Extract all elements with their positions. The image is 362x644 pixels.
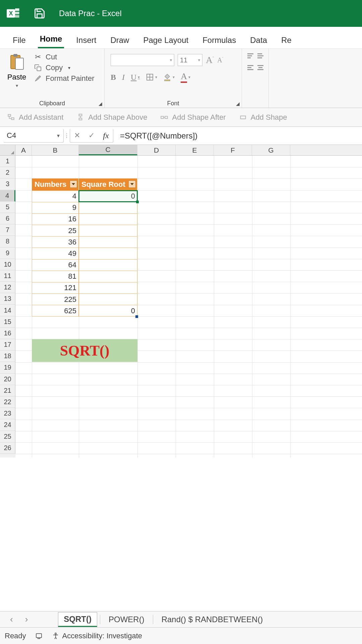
cells-area[interactable]: Numbers Square Root 40916253649648112122… [15, 156, 362, 458]
tab-review[interactable]: Re [279, 34, 294, 48]
tab-nav-next[interactable]: › [20, 614, 33, 625]
align-middle-icon[interactable] [257, 53, 263, 58]
row-header-8[interactable]: 8 [0, 236, 15, 247]
name-box[interactable]: C4 ▾ [3, 129, 64, 143]
table-row[interactable]: 64 [32, 260, 137, 271]
align-top-icon[interactable] [247, 53, 253, 58]
cell-numbers[interactable]: 25 [32, 225, 79, 236]
row-header-21[interactable]: 21 [0, 385, 15, 396]
row-header-10[interactable]: 10 [0, 259, 15, 270]
row-header-22[interactable]: 22 [0, 396, 15, 408]
row-header-1[interactable]: 1 [0, 156, 15, 167]
col-header-d[interactable]: D [137, 145, 176, 155]
row-header-9[interactable]: 9 [0, 248, 15, 259]
row-header-17[interactable]: 17 [0, 339, 15, 351]
table-row[interactable]: 81 [32, 271, 137, 282]
select-all-corner[interactable] [0, 145, 15, 155]
tab-nav-prev[interactable]: ‹ [5, 614, 18, 625]
table-row[interactable]: 121 [32, 282, 137, 294]
cell-numbers[interactable]: 4 [32, 191, 79, 202]
row-header-7[interactable]: 7 [0, 224, 15, 236]
filter-button[interactable] [128, 180, 136, 188]
table-row[interactable]: 6250 [32, 305, 137, 317]
chevron-down-icon[interactable]: ▾ [53, 132, 63, 139]
row-header-11[interactable]: 11 [0, 270, 15, 282]
col-header-e[interactable]: E [176, 145, 214, 155]
spreadsheet[interactable]: A B C D E F G 12345678910111213141516171… [0, 145, 362, 610]
cell-numbers[interactable]: 9 [32, 202, 79, 214]
row-header-5[interactable]: 5 [0, 202, 15, 213]
tab-home[interactable]: Home [38, 32, 64, 48]
row-header-12[interactable]: 12 [0, 282, 15, 293]
cell-numbers[interactable]: 81 [32, 271, 79, 282]
row-header-24[interactable]: 24 [0, 419, 15, 431]
cut-button[interactable]: ✂ Cut [34, 53, 95, 61]
table-row[interactable]: 25 [32, 225, 137, 236]
underline-button[interactable]: U ▾ [131, 73, 140, 82]
col-header-b[interactable]: B [32, 145, 79, 155]
cell-square-root[interactable] [79, 282, 137, 294]
font-name-dropdown[interactable]: ▾ [111, 54, 174, 66]
cell-numbers[interactable]: 64 [32, 260, 79, 271]
row-header-4[interactable]: 4 [0, 190, 15, 202]
filter-button[interactable] [70, 180, 77, 188]
col-header-f[interactable]: F [214, 145, 252, 155]
table-header-numbers[interactable]: Numbers [32, 178, 79, 191]
table-row[interactable]: 225 [32, 294, 137, 305]
sheet-tab-rand[interactable]: Rand() $ RANDBETWEEN() [156, 612, 269, 627]
cell-square-root[interactable] [79, 248, 137, 259]
accessibility-icon[interactable]: Accessibility: Investigate [52, 632, 142, 640]
cell-numbers[interactable]: 121 [32, 282, 79, 294]
row-header-23[interactable]: 23 [0, 408, 15, 419]
row-header-14[interactable]: 14 [0, 305, 15, 316]
col-header-g[interactable]: G [252, 145, 290, 155]
row-header-16[interactable]: 16 [0, 328, 15, 339]
dialog-launcher-icon[interactable]: ◢ [236, 101, 240, 106]
row-header-19[interactable]: 19 [0, 362, 15, 373]
fill-color-button[interactable]: ▾ [163, 73, 175, 81]
tab-file[interactable]: File [11, 34, 28, 48]
cell-square-root[interactable] [79, 294, 137, 305]
cell-square-root[interactable] [79, 225, 137, 236]
row-header-18[interactable]: 18 [0, 351, 15, 362]
row-header-25[interactable]: 25 [0, 431, 15, 442]
bold-button[interactable]: B [111, 73, 116, 82]
formula-input[interactable]: =SQRT([@Numbers]) [113, 129, 362, 143]
copy-button[interactable]: Copy ▾ [34, 63, 95, 72]
sheet-tab-sqrt[interactable]: SQRT() [58, 612, 97, 627]
table-row[interactable]: 9 [32, 202, 137, 214]
cell-numbers[interactable]: 49 [32, 248, 79, 259]
align-center-icon[interactable] [257, 65, 263, 70]
table-header-square-root[interactable]: Square Root [79, 178, 137, 191]
cell-numbers[interactable]: 225 [32, 294, 79, 305]
row-header-20[interactable]: 20 [0, 374, 15, 385]
cell-square-root[interactable] [79, 214, 137, 225]
format-painter-button[interactable]: Format Painter [34, 74, 95, 83]
row-header-2[interactable]: 2 [0, 167, 15, 178]
italic-button[interactable]: I [122, 73, 125, 82]
sheet-tab-power[interactable]: POWER() [103, 612, 150, 627]
cell-square-root[interactable] [79, 202, 137, 214]
cell-square-root[interactable] [79, 271, 137, 282]
tab-page-layout[interactable]: Page Layout [141, 34, 190, 48]
tab-formulas[interactable]: Formulas [200, 34, 238, 48]
tab-draw[interactable]: Draw [108, 34, 131, 48]
col-header-a[interactable]: A [15, 145, 32, 155]
font-color-button[interactable]: A ▾ [181, 71, 190, 83]
row-header-3[interactable]: 3 [0, 178, 15, 190]
tab-insert[interactable]: Insert [74, 34, 98, 48]
decrease-font-icon[interactable]: Aˇ [217, 56, 223, 64]
cell-square-root[interactable] [79, 236, 137, 248]
enter-formula-icon[interactable]: ✓ [88, 131, 95, 140]
cell-square-root[interactable] [79, 260, 137, 271]
paste-button[interactable]: Paste ▾ [3, 51, 30, 88]
macro-record-icon[interactable] [35, 632, 43, 640]
table-resize-handle[interactable] [135, 315, 138, 318]
fx-icon[interactable]: fx [103, 131, 109, 140]
cancel-formula-icon[interactable]: ✕ [74, 131, 80, 140]
dialog-launcher-icon[interactable]: ◢ [99, 101, 102, 106]
cell-numbers[interactable]: 16 [32, 214, 79, 225]
col-header-c[interactable]: C [79, 145, 137, 155]
row-header-13[interactable]: 13 [0, 293, 15, 305]
chevron-down-icon[interactable]: ▾ [68, 65, 70, 70]
